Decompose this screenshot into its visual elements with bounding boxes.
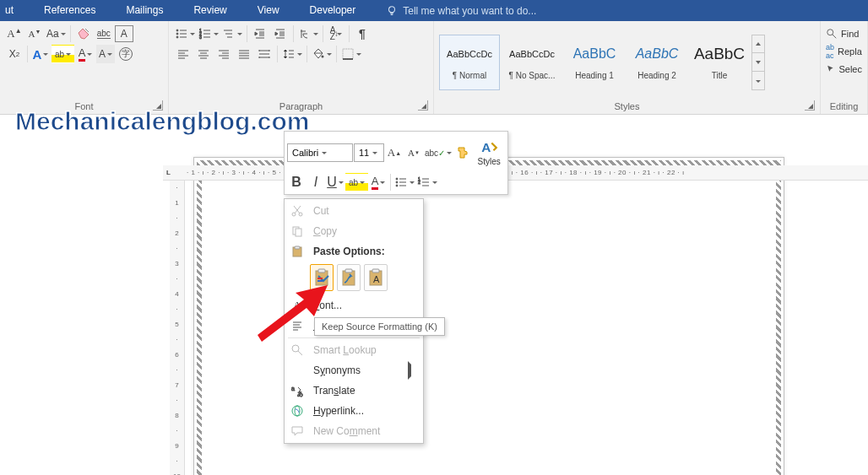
enclose-chars-button[interactable]: 字 bbox=[117, 45, 135, 63]
horizontal-ruler[interactable]: L · 1 · ı · 2 · ı · 3 · ı · 4 · ı · 5 · … bbox=[163, 165, 868, 181]
mini-numbering[interactable]: 12 bbox=[416, 173, 438, 192]
ctx-synonyms[interactable]: Synonyms bbox=[285, 360, 423, 381]
char-border-button[interactable]: A bbox=[115, 25, 133, 42]
style-heading1[interactable]: AaBbCHeading 1 bbox=[564, 35, 625, 90]
comment-icon bbox=[290, 424, 304, 438]
svg-text:A: A bbox=[481, 140, 491, 154]
mini-bullets[interactable] bbox=[393, 173, 415, 192]
group-editing: Find abacRepla Selec Editing bbox=[821, 21, 868, 114]
shrink-font-button[interactable]: A▼ bbox=[25, 24, 44, 43]
line-spacing-button[interactable] bbox=[281, 45, 303, 63]
tooltip: Keep Source Formatting (K) bbox=[314, 317, 445, 336]
style-title[interactable]: AaBbCTitle bbox=[689, 35, 750, 90]
tab-mailings[interactable]: Mailings bbox=[111, 0, 178, 21]
svg-rect-23 bbox=[318, 269, 325, 273]
styles-dialog-launcher[interactable] bbox=[805, 100, 815, 111]
tab-layout-partial[interactable]: ut bbox=[0, 0, 29, 21]
bullets-button[interactable] bbox=[174, 24, 196, 43]
style-heading2[interactable]: AaBbCHeading 2 bbox=[627, 35, 687, 90]
align-right-button[interactable] bbox=[214, 45, 233, 63]
tab-references[interactable]: References bbox=[29, 0, 111, 21]
tell-me-search[interactable]: Tell me what you want to do... bbox=[371, 0, 536, 21]
replace-button[interactable]: abacRepla bbox=[826, 43, 862, 60]
svg-rect-25 bbox=[317, 280, 323, 282]
font-color-button[interactable]: A bbox=[76, 45, 95, 63]
scroll-down-icon[interactable] bbox=[752, 52, 764, 71]
numbering-button[interactable]: 123 bbox=[198, 24, 220, 43]
phonetic-guide-button[interactable]: abc bbox=[95, 24, 113, 43]
paste-merge[interactable] bbox=[337, 264, 361, 291]
expand-gallery-icon[interactable] bbox=[752, 71, 764, 89]
mini-styles-button[interactable]: A Styles bbox=[473, 134, 505, 171]
chevron-right-icon bbox=[408, 364, 415, 376]
multilevel-button[interactable] bbox=[221, 24, 243, 43]
clear-formatting-button[interactable] bbox=[74, 24, 93, 43]
ctx-translate[interactable]: aあTranslate bbox=[285, 381, 423, 401]
mini-font-color[interactable]: A bbox=[369, 173, 388, 192]
sort-button[interactable]: AZ↓ bbox=[327, 24, 345, 43]
increase-indent-button[interactable] bbox=[271, 24, 290, 43]
highlight-button[interactable]: ab bbox=[52, 45, 74, 63]
svg-point-31 bbox=[292, 345, 299, 352]
ctx-copy[interactable]: Copy bbox=[285, 221, 423, 241]
find-button[interactable]: Find bbox=[826, 28, 862, 40]
char-shading-button[interactable]: A bbox=[96, 45, 115, 63]
svg-rect-8 bbox=[343, 49, 353, 59]
group-styles: AaBbCcDc¶ Normal AaBbCcDc¶ No Spac... Aa… bbox=[434, 21, 821, 114]
mini-spellcheck[interactable]: abc✓ bbox=[424, 143, 453, 162]
grow-font-button[interactable]: A▲ bbox=[5, 24, 24, 43]
justify-button[interactable] bbox=[235, 45, 253, 63]
paragraph-dialog-launcher[interactable] bbox=[418, 100, 428, 111]
ctx-hyperlink[interactable]: Hyperlink... bbox=[285, 401, 423, 421]
watermark-text: Mechanicalengblog.com bbox=[15, 109, 309, 134]
ctx-new-comment[interactable]: New Comment bbox=[285, 421, 423, 441]
align-center-button[interactable] bbox=[194, 45, 213, 63]
svg-text:a: a bbox=[291, 386, 295, 391]
lightbulb-icon bbox=[386, 5, 398, 17]
tab-developer[interactable]: Developer bbox=[295, 0, 372, 21]
styles-gallery-scroll[interactable] bbox=[751, 35, 765, 90]
style-no-spacing[interactable]: AaBbCcDc¶ No Spac... bbox=[502, 35, 562, 90]
tab-view[interactable]: View bbox=[242, 0, 295, 21]
tab-review[interactable]: Review bbox=[178, 0, 241, 21]
mini-highlight[interactable]: ab bbox=[345, 173, 368, 192]
show-marks-button[interactable]: ¶ bbox=[353, 24, 372, 43]
distribute-button[interactable] bbox=[255, 45, 274, 63]
group-styles-label: Styles bbox=[615, 101, 640, 111]
style-normal[interactable]: AaBbCcDc¶ Normal bbox=[439, 35, 500, 90]
group-paragraph: 123 AZ↓ ¶ bbox=[169, 21, 434, 114]
mini-italic[interactable]: I bbox=[307, 173, 325, 192]
mini-format-painter[interactable] bbox=[453, 143, 472, 162]
translate-icon: aあ bbox=[290, 384, 304, 397]
mini-bold[interactable]: B bbox=[287, 173, 306, 192]
mini-toolbar: Calibri 11 A▲ A▼ abc✓ A Styles B I U ab … bbox=[284, 131, 508, 195]
svg-text:A: A bbox=[373, 274, 380, 284]
mini-font-combo[interactable]: Calibri bbox=[287, 143, 353, 162]
ctx-cut[interactable]: Cut bbox=[285, 201, 423, 221]
mini-grow-font[interactable]: A▲ bbox=[385, 143, 404, 162]
asian-layout-button[interactable] bbox=[297, 24, 319, 43]
svg-point-2 bbox=[176, 33, 178, 35]
tell-me-placeholder: Tell me what you want to do... bbox=[403, 5, 536, 17]
svg-rect-27 bbox=[345, 269, 352, 273]
mini-size-combo[interactable]: 11 bbox=[354, 143, 384, 162]
align-left-button[interactable] bbox=[174, 45, 193, 63]
paste-text-only[interactable]: A bbox=[364, 264, 388, 291]
svg-rect-29 bbox=[372, 269, 379, 273]
group-editing-label: Editing bbox=[830, 101, 859, 111]
decrease-indent-button[interactable] bbox=[251, 24, 269, 43]
text-effects-button[interactable]: A bbox=[31, 45, 50, 63]
scroll-up-icon[interactable] bbox=[752, 35, 764, 53]
svg-rect-24 bbox=[317, 278, 323, 279]
superscript-button[interactable]: X2 bbox=[5, 45, 24, 63]
vertical-ruler[interactable]: ·1·2·3·4·5·6·7·8·9·10·11 bbox=[170, 181, 185, 475]
borders-button[interactable] bbox=[340, 45, 362, 63]
select-button[interactable]: Selec bbox=[826, 63, 862, 75]
mini-shrink-font[interactable]: A▼ bbox=[404, 143, 423, 162]
mini-underline[interactable]: U bbox=[326, 173, 344, 192]
change-case-button[interactable]: Aa bbox=[46, 24, 67, 43]
shading-button[interactable] bbox=[311, 45, 333, 63]
group-font: A▲ A▼ Aa abc A X2 A ab A A 字 Font bbox=[0, 21, 169, 114]
search-icon bbox=[290, 343, 304, 357]
styles-gallery: AaBbCcDc¶ Normal AaBbCcDc¶ No Spac... Aa… bbox=[439, 35, 815, 90]
